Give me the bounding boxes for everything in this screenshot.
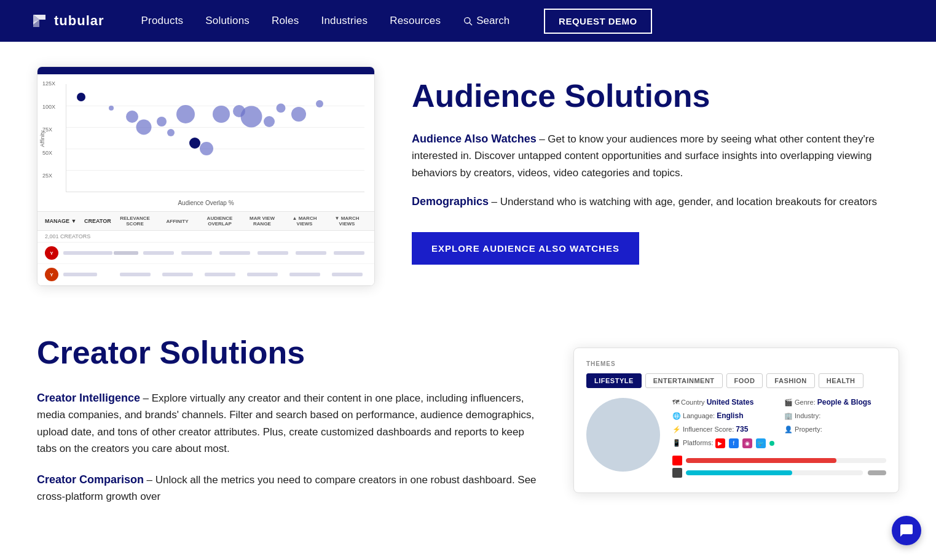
progress-track [686, 470, 863, 475]
audience-title: Audience Solutions [412, 79, 899, 114]
theme-health[interactable]: HEALTH [819, 373, 863, 388]
request-demo-button[interactable]: REQUEST DEMO [544, 9, 652, 34]
platform-icons: ▶ f ◉ 🐦 [715, 438, 774, 448]
info-language: 🌐 Language: English [672, 411, 774, 420]
creator-avatar [586, 398, 660, 472]
creator-title: Creator Solutions [37, 335, 537, 370]
progress-row-teal [672, 468, 886, 478]
chat-button[interactable] [892, 516, 921, 545]
creator-bar [63, 273, 112, 276]
chat-icon [899, 523, 914, 538]
scatter-plot [66, 84, 364, 192]
th-relevance: RELEVANCE SCORE [115, 216, 155, 227]
feature-creator-comparison: Creator Comparison – Unlock all the metr… [37, 472, 537, 505]
theme-food[interactable]: FOOD [726, 373, 763, 388]
grid-line [66, 127, 364, 128]
th-manage: MANAGE ▼ [45, 218, 82, 224]
scatter-dot [136, 120, 152, 135]
scatter-dot [77, 93, 85, 101]
scatter-dot [291, 107, 306, 122]
feature-audience-watches: Audience Also Watches – Get to know your… [412, 131, 899, 181]
dashboard-table: MANAGE ▼ CREATOR RELEVANCE SCORE AFFINIT… [37, 211, 374, 286]
creator-dashboard: THEMES LIFESTYLE ENTERTAINMENT FOOD FASH… [573, 348, 899, 493]
scatter-dot [200, 142, 213, 155]
feature-demographics: Demographics – Understand who is watchin… [412, 193, 899, 210]
info-genre: 🎬 Genre: People & Blogs [784, 398, 886, 406]
progress-bars [672, 456, 886, 478]
info-industry: 🏢 Industry: [784, 411, 886, 420]
creator-text-section: Creator Solutions Creator Intelligence –… [37, 335, 537, 517]
scatter-y-axis: 125X 100X 75X 50X 25X [42, 80, 55, 179]
scatter-dot [213, 106, 230, 123]
progress-fill [686, 470, 792, 475]
search-icon [463, 16, 473, 26]
x-axis-label: Audience Overlap % [37, 197, 374, 211]
progress-fill [686, 458, 836, 463]
info-influencer: ⚡ Influencer Score: 735 [672, 425, 774, 434]
progress-yt-icon [672, 456, 682, 465]
dashboard-header-bar [37, 67, 374, 74]
nav-links: Products Solutions Roles Industries Reso… [141, 9, 907, 34]
logo[interactable]: tubular [29, 11, 104, 31]
creator-icon: Y [45, 246, 58, 260]
instagram-icon: ◉ [742, 438, 752, 448]
creator-feature1-title: Creator Intelligence [37, 392, 140, 404]
th-audience-overlap: AUDIENCE OVERLAP [200, 216, 240, 227]
scatter-dot [167, 129, 175, 136]
nav-roles[interactable]: Roles [272, 15, 299, 27]
creator-info-grid: 🗺 Country United States 🎬 Genre: People … [672, 398, 886, 448]
audience-text-section: Audience Solutions Audience Also Watches… [412, 66, 899, 265]
grid-line [66, 149, 364, 149]
audience-section: 125X 100X 75X 50X 25X Affinity [37, 42, 899, 323]
platform-dot [769, 441, 774, 446]
theme-fashion[interactable]: FASHION [766, 373, 814, 388]
th-creator: CREATOR [84, 218, 112, 224]
table-creator-count: 2,001 CREATORS [37, 231, 374, 243]
search-trigger[interactable]: Search [463, 15, 509, 27]
twitter-icon: 🐦 [756, 438, 766, 448]
info-platforms: 📱 Platforms: ▶ f ◉ 🐦 [672, 438, 886, 448]
theme-lifestyle[interactable]: LIFESTYLE [586, 373, 642, 388]
th-mar-view: MAR VIEW RANGE [242, 216, 282, 227]
feature-creator-intelligence: Creator Intelligence – Explore virtually… [37, 390, 537, 457]
scatter-dot [189, 138, 200, 149]
nav-resources[interactable]: Resources [390, 15, 441, 27]
scatter-dot [240, 106, 262, 127]
creator-section: Creator Solutions Creator Intelligence –… [37, 323, 899, 554]
svg-line-4 [470, 23, 472, 25]
feature2-desc: – Understand who is watching with age, g… [492, 196, 877, 208]
progress-track [686, 458, 886, 463]
th-march-views1: ▲ MARCH VIEWS [285, 216, 324, 227]
scatter-dot [126, 111, 138, 123]
th-march-views2: ▼ MARCH VIEWS [327, 216, 367, 227]
page-content: 125X 100X 75X 50X 25X Affinity [0, 42, 936, 554]
facebook-icon: f [729, 438, 739, 448]
info-property: 👤 Property: [784, 425, 886, 434]
scatter-dot [277, 103, 286, 112]
creator-profile: 🗺 Country United States 🎬 Genre: People … [586, 398, 886, 480]
youtube-icon: ▶ [715, 438, 725, 448]
scatter-dot [109, 106, 114, 111]
themes-label: THEMES [586, 360, 886, 367]
scatter-dot [176, 105, 195, 123]
progress-icon2 [672, 468, 682, 478]
creator-info: 🗺 Country United States 🎬 Genre: People … [672, 398, 886, 480]
table-header: MANAGE ▼ CREATOR RELEVANCE SCORE AFFINIT… [37, 212, 374, 231]
table-row: Y [37, 243, 374, 264]
scatter-dot [157, 117, 167, 126]
nav-industries[interactable]: Industries [321, 15, 368, 27]
info-country: 🗺 Country United States [672, 398, 774, 406]
nav-products[interactable]: Products [141, 15, 184, 27]
nav-solutions[interactable]: Solutions [205, 15, 250, 27]
logo-text: tubular [54, 13, 104, 29]
theme-tags: LIFESTYLE ENTERTAINMENT FOOD FASHION HEA… [586, 373, 886, 388]
theme-entertainment[interactable]: ENTERTAINMENT [645, 373, 723, 388]
navigation: tubular Products Solutions Roles Industr… [0, 0, 936, 42]
creator-icon: Y [45, 268, 58, 281]
y-axis-label: Affinity [39, 131, 45, 147]
explore-audience-cta[interactable]: EXPLORE AUDIENCE ALSO WATCHES [412, 232, 639, 265]
table-row: Y [37, 264, 374, 286]
scatter-dot [264, 116, 275, 127]
scatter-chart-area: 125X 100X 75X 50X 25X Affinity [37, 74, 374, 197]
feature2-title: Demographics [412, 195, 489, 208]
